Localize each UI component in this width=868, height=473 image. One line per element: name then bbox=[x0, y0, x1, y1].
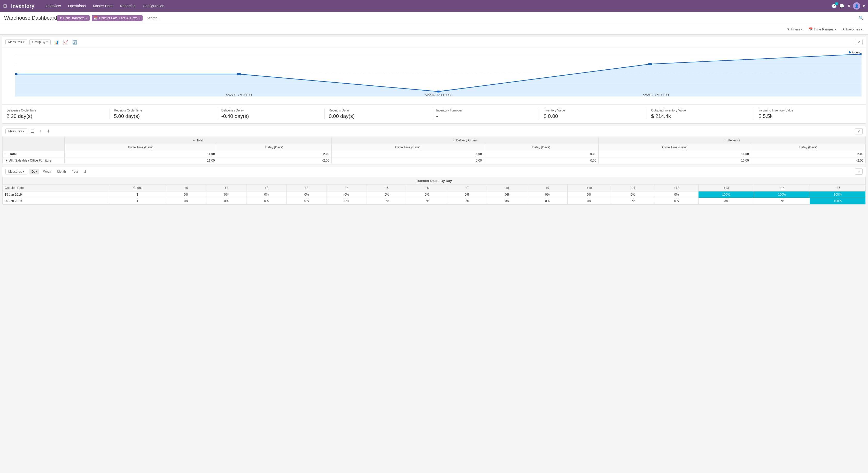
pivot-sub-col-2: Cycle Time (Days) bbox=[332, 144, 484, 151]
cal-cell: 0% bbox=[567, 198, 611, 204]
line-chart-icon[interactable]: 📈 bbox=[62, 39, 69, 45]
cal-cell: 0% bbox=[698, 198, 754, 204]
app-name: Inventory bbox=[11, 3, 34, 9]
kpi-label-2: Deliveries Delay bbox=[221, 109, 320, 112]
kpi-label-7: Incoming Inventory Value bbox=[758, 109, 858, 112]
grid-icon[interactable]: ⊞ bbox=[3, 3, 7, 9]
kpi-value-5: $ 0.00 bbox=[544, 113, 643, 119]
cal-col-12: +12 bbox=[655, 184, 698, 192]
clock-icon[interactable]: 🕐 7 bbox=[832, 4, 837, 8]
pivot-settings-icon[interactable]: ☰ bbox=[29, 128, 35, 134]
bar-chart-icon[interactable]: 📊 bbox=[53, 39, 60, 45]
measures-dropdown-chart[interactable]: Measures ▾ bbox=[5, 39, 27, 45]
nav-reporting[interactable]: Reporting bbox=[117, 2, 139, 9]
plus-delivery[interactable]: + bbox=[452, 139, 454, 142]
pivot-total-v0: 11.00 bbox=[65, 151, 217, 158]
filter-tag-transfer-date[interactable]: 📅 Transfer Date: Last 30 Days × bbox=[92, 15, 143, 21]
time-ranges-label: Time Ranges bbox=[814, 27, 834, 31]
svg-text:W3 2019: W3 2019 bbox=[225, 93, 252, 97]
plus-receipts[interactable]: + bbox=[724, 139, 726, 142]
filters-btn[interactable]: ▼ Filters ▾ bbox=[785, 26, 804, 32]
pivot-total-header: − Total bbox=[65, 137, 332, 144]
cal-header-row: Creation Date Count +0 +1 +2 +3 +4 +5 +6… bbox=[3, 184, 866, 192]
cal-col-4: +4 bbox=[327, 184, 367, 192]
cal-cell: 0% bbox=[407, 192, 447, 198]
nav-configuration[interactable]: Configuration bbox=[140, 2, 167, 9]
svg-text:W4 2019: W4 2019 bbox=[425, 93, 452, 97]
tab-year[interactable]: Year bbox=[70, 169, 80, 174]
cal-row: 15 Jan 201910%0%0%0%0%0%0%0%0%0%0%0%0%10… bbox=[3, 192, 866, 198]
kpi-value-3: 0.00 day(s) bbox=[329, 113, 428, 119]
favorites-btn[interactable]: ★ Favorites ▾ bbox=[841, 26, 864, 32]
pivot-row-total: − Total 11.00 -2.00 5.00 0.00 16.00 -2.0… bbox=[3, 151, 866, 158]
tab-day[interactable]: Day bbox=[29, 169, 39, 174]
cal-col-8: +8 bbox=[487, 184, 527, 192]
kpi-receipts-cycle: Receipts Cycle Time 5.00 day(s) bbox=[110, 109, 217, 119]
kpi-row: Deliveries Cycle Time 2.20 day(s) Receip… bbox=[2, 104, 866, 123]
tab-month[interactable]: Month bbox=[55, 169, 68, 174]
pivot-sub-col-1: Delay (Days) bbox=[217, 144, 332, 151]
pivot-download-icon[interactable]: ⬇ bbox=[45, 128, 51, 134]
minus-total[interactable]: − bbox=[193, 139, 195, 142]
nav-master-data[interactable]: Master Data bbox=[90, 2, 116, 9]
notification-badge: 7 bbox=[835, 2, 838, 5]
remove-filter-date[interactable]: × bbox=[138, 16, 141, 20]
filter-tag-done-transfers[interactable]: ▼ Done Transfers × bbox=[57, 15, 90, 21]
cal-cell: 0% bbox=[655, 192, 698, 198]
cal-cell: 0% bbox=[611, 198, 655, 204]
chat-icon[interactable]: 💬 bbox=[839, 4, 844, 8]
expand-pivot-btn[interactable]: ⤢ bbox=[855, 128, 863, 134]
close-icon[interactable]: ✕ bbox=[847, 4, 850, 8]
cal-cell: 0% bbox=[487, 192, 527, 198]
cal-cell: 0% bbox=[567, 192, 611, 198]
nav-overview[interactable]: Overview bbox=[43, 2, 64, 9]
count-legend-label: Count bbox=[852, 50, 861, 54]
cal-cell: 0% bbox=[527, 198, 567, 204]
expand-cal-btn[interactable]: ⤢ bbox=[855, 169, 863, 175]
time-ranges-btn[interactable]: 📅 Time Ranges ▾ bbox=[807, 26, 838, 32]
svg-point-13 bbox=[648, 63, 653, 65]
calendar-icon: 📅 bbox=[94, 16, 98, 20]
remove-filter-done[interactable]: × bbox=[86, 16, 88, 20]
nav-operations[interactable]: Operations bbox=[65, 2, 89, 9]
avatar[interactable]: 👤 bbox=[853, 2, 860, 9]
cal-download-icon[interactable]: ⬇ bbox=[83, 169, 88, 175]
kpi-value-0: 2.20 day(s) bbox=[6, 113, 105, 119]
measures-dropdown-pivot[interactable]: Measures ▾ bbox=[5, 129, 27, 134]
pivot-total-v2: 5.00 bbox=[332, 151, 484, 158]
svg-marker-9 bbox=[15, 54, 862, 97]
kpi-label-4: Inventory Turnover bbox=[436, 109, 535, 112]
search-input[interactable] bbox=[145, 15, 857, 21]
cal-cell: 0% bbox=[487, 198, 527, 204]
pivot-sub-v3: 0.00 bbox=[484, 158, 598, 164]
pivot-sub-v2: 5.00 bbox=[332, 158, 484, 164]
calendar-table: Transfer Date - By Day Creation Date Cou… bbox=[2, 177, 866, 204]
cal-cell: 0% bbox=[246, 192, 286, 198]
pivot-sub-v0: 11.00 bbox=[65, 158, 217, 164]
measures-dropdown-cal[interactable]: Measures ▾ bbox=[5, 169, 27, 174]
chart-toolbar: Measures ▾ Group By ▾ 📊 📈 🔄 ⤢ bbox=[2, 37, 866, 47]
pie-chart-icon[interactable]: 🔄 bbox=[71, 39, 79, 45]
group-by-dropdown[interactable]: Group By ▾ bbox=[29, 39, 51, 45]
expand-sub-icon[interactable]: + bbox=[6, 159, 7, 162]
caret-icon[interactable]: ▾ bbox=[863, 4, 865, 8]
expand-chart-btn[interactable]: ⤢ bbox=[855, 39, 863, 45]
filter-bar: ▼ Filters ▾ 📅 Time Ranges ▾ ★ Favorites … bbox=[0, 24, 868, 35]
group-by-caret: ▾ bbox=[46, 40, 48, 44]
kpi-value-7: $ 5.5k bbox=[758, 113, 858, 119]
cal-header-section-row: Transfer Date - By Day bbox=[3, 177, 866, 184]
measures-caret-pivot: ▾ bbox=[23, 130, 25, 133]
tab-week[interactable]: Week bbox=[41, 169, 53, 174]
pivot-add-icon[interactable]: ＋ bbox=[37, 128, 43, 134]
cal-cell: 0% bbox=[447, 192, 487, 198]
kpi-label-6: Outgoing Inventory Value bbox=[651, 109, 750, 112]
cal-cell: 0% bbox=[754, 198, 810, 204]
pivot-sub-col-0: Cycle Time (Days) bbox=[65, 144, 217, 151]
collapse-total-icon[interactable]: − bbox=[6, 152, 7, 156]
navbar-right: 🕐 7 💬 ✕ 👤 ▾ bbox=[832, 2, 865, 9]
pivot-sub-v5: -2.00 bbox=[751, 158, 865, 164]
page-header: Warehouse Dashboard ▼ Done Transfers × 📅… bbox=[0, 12, 868, 24]
kpi-label-0: Deliveries Cycle Time bbox=[6, 109, 105, 112]
search-icon[interactable]: 🔍 bbox=[859, 15, 864, 21]
cal-cell: 100% bbox=[698, 192, 754, 198]
